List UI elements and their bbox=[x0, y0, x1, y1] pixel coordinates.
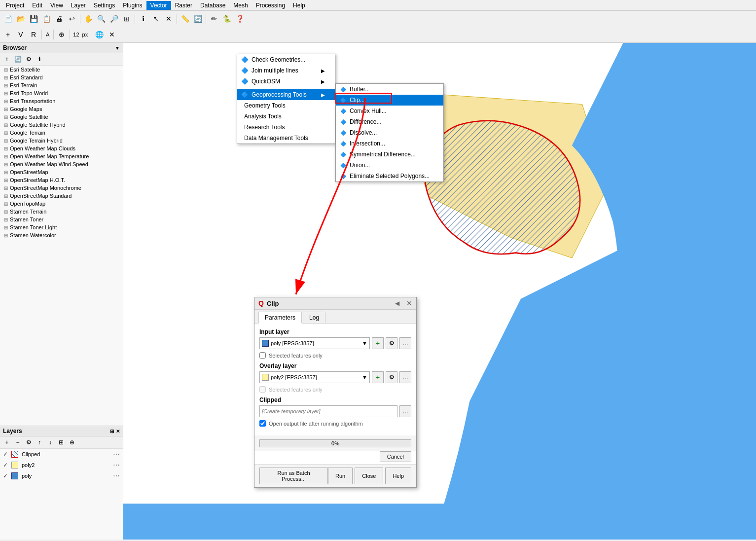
dissolve-item[interactable]: 🔷 Dissolve... bbox=[336, 127, 443, 138]
menu-plugins[interactable]: Plugins bbox=[119, 1, 146, 10]
layer-dots-poly2[interactable]: ⋯ bbox=[113, 461, 120, 469]
zoom-out-btn[interactable]: 🔎 bbox=[108, 13, 120, 25]
layer-dots-poly[interactable]: ⋯ bbox=[113, 472, 120, 480]
browser-item-osm-mono[interactable]: ⊞ OpenStreetMap Monochrome bbox=[0, 184, 123, 192]
browser-item-stamen-terrain[interactable]: ⊞ Stamen Terrain bbox=[0, 208, 123, 216]
browser-collapse-icon[interactable]: ▼ bbox=[115, 45, 120, 51]
overlay-layer-browse-btn[interactable]: … bbox=[399, 371, 411, 383]
browser-item-esri-topo[interactable]: ⊞ Esri Topo World bbox=[0, 89, 123, 97]
layers-down-btn[interactable]: ↓ bbox=[45, 437, 55, 447]
convex-hull-item[interactable]: 🔷 Convex Hull... bbox=[336, 106, 443, 116]
select-btn[interactable]: ↖ bbox=[150, 13, 162, 25]
browser-item-stamen-toner[interactable]: ⊞ Stamen Toner bbox=[0, 216, 123, 223]
menu-mesh[interactable]: Mesh bbox=[229, 1, 252, 10]
zoom-extent-btn[interactable]: ⊞ bbox=[121, 13, 133, 25]
add-raster-btn[interactable]: R bbox=[28, 29, 39, 40]
menu-vector[interactable]: Vector bbox=[146, 1, 171, 10]
geometry-tools-item[interactable]: Geometry Tools bbox=[237, 100, 335, 111]
browser-item-stamen-toner-light[interactable]: ⊞ Stamen Toner Light bbox=[0, 223, 123, 231]
browser-item-google-maps[interactable]: ⊞ Google Maps bbox=[0, 105, 123, 113]
layers-expand-btn[interactable]: ⊕ bbox=[67, 437, 77, 447]
browser-item-stamen-watercolor[interactable]: ⊞ Stamen Watercolor bbox=[0, 231, 123, 239]
difference-item[interactable]: 🔷 Difference... bbox=[336, 116, 443, 127]
tab-parameters[interactable]: Parameters bbox=[258, 312, 302, 324]
overlay-layer-add-btn[interactable]: + bbox=[372, 371, 384, 383]
overlay-layer-select[interactable]: poly2 [EPSG:3857] ▼ bbox=[259, 371, 370, 383]
measure-btn[interactable]: 📏 bbox=[179, 13, 191, 25]
layer-check-clipped[interactable]: ✓ bbox=[3, 451, 8, 458]
buffer-item[interactable]: 🔷 Buffer... bbox=[336, 84, 443, 95]
close-btn[interactable]: Close bbox=[355, 468, 383, 484]
layer-item-poly[interactable]: ✓ poly ⋯ bbox=[0, 470, 123, 481]
layers-close-icon[interactable]: ✕ bbox=[116, 429, 120, 434]
identify-btn[interactable]: ℹ bbox=[137, 13, 149, 25]
geoprocessing-item[interactable]: 🔷 Geoprocessing Tools ▶ bbox=[237, 89, 335, 100]
browser-help-btn[interactable]: ℹ bbox=[35, 54, 44, 64]
python-btn[interactable]: 🐍 bbox=[221, 13, 233, 25]
layer-check-poly[interactable]: ✓ bbox=[3, 472, 8, 479]
browser-item-google-terrain-hybrid[interactable]: ⊞ Google Terrain Hybrid bbox=[0, 137, 123, 144]
browser-item-google-terrain[interactable]: ⊞ Google Terrain bbox=[0, 129, 123, 137]
clipped-input[interactable] bbox=[259, 405, 397, 417]
eliminate-item[interactable]: 🔷 Eliminate Selected Polygons... bbox=[336, 171, 443, 181]
layers-filter-btn[interactable]: ⚙ bbox=[24, 437, 34, 447]
browser-item-google-satellite[interactable]: ⊞ Google Satellite bbox=[0, 113, 123, 121]
menu-settings[interactable]: Settings bbox=[90, 1, 119, 10]
layers-add-btn[interactable]: + bbox=[2, 437, 12, 447]
open-project-btn[interactable]: 📂 bbox=[15, 13, 27, 25]
layer-dots-clipped[interactable]: ⋯ bbox=[113, 450, 120, 458]
menu-processing[interactable]: Processing bbox=[252, 1, 289, 10]
browser-item-osm-standard[interactable]: ⊞ OpenStreetMap Standard bbox=[0, 192, 123, 200]
zoom-in-btn[interactable]: 🔍 bbox=[95, 13, 107, 25]
refresh-btn[interactable]: 🔄 bbox=[192, 13, 204, 25]
menu-database[interactable]: Database bbox=[196, 1, 229, 10]
browser-item-osm[interactable]: ⊞ OpenStreetMap bbox=[0, 168, 123, 176]
browser-item-google-sat-hybrid[interactable]: ⊞ Google Satellite Hybrid bbox=[0, 121, 123, 129]
join-lines-item[interactable]: 🔷 Join multiple lines ▶ bbox=[237, 65, 335, 76]
undo-btn[interactable]: ↩ bbox=[66, 13, 78, 25]
clipped-browse-btn[interactable]: … bbox=[399, 405, 411, 417]
intersection-item[interactable]: 🔷 Intersection... bbox=[336, 138, 443, 149]
save-as-btn[interactable]: 📋 bbox=[40, 13, 52, 25]
layer-item-clipped[interactable]: ✓ Clipped ⋯ bbox=[0, 449, 123, 460]
menu-edit[interactable]: Edit bbox=[28, 1, 46, 10]
layer-check-poly2[interactable]: ✓ bbox=[3, 462, 8, 469]
open-output-checkbox[interactable] bbox=[259, 420, 266, 427]
analysis-tools-item[interactable]: Analysis Tools bbox=[237, 111, 335, 122]
browser-item-ow-wind[interactable]: ⊞ Open Weather Map Wind Speed bbox=[0, 160, 123, 168]
input-layer-browse-btn[interactable]: … bbox=[399, 337, 411, 349]
input-layer-select[interactable]: poly [EPSG:3857] ▼ bbox=[259, 337, 370, 349]
layers-remove-btn[interactable]: − bbox=[13, 437, 23, 447]
menu-view[interactable]: View bbox=[46, 1, 67, 10]
browser-item-esri-satellite[interactable]: ⊞ Esri Satellite bbox=[0, 66, 123, 73]
browser-item-osm-hot[interactable]: ⊞ OpenStreetMap H.O.T. bbox=[0, 176, 123, 184]
union-item[interactable]: 🔷 Union... bbox=[336, 160, 443, 171]
digitize-btn[interactable]: ✏ bbox=[208, 13, 220, 25]
sym-diff-item[interactable]: 🔷 Symmetrical Difference... bbox=[336, 149, 443, 160]
browser-item-ow-clouds[interactable]: ⊞ Open Weather Map Clouds bbox=[0, 144, 123, 152]
browser-item-esri-terrain[interactable]: ⊞ Esri Terrain bbox=[0, 81, 123, 89]
layers-options-icon[interactable]: ⊞ bbox=[110, 429, 114, 434]
run-as-batch-btn[interactable]: Run as Batch Process... bbox=[259, 468, 328, 484]
pan-btn[interactable]: ✋ bbox=[82, 13, 94, 25]
cancel-btn[interactable]: Cancel bbox=[380, 451, 411, 462]
help-btn[interactable]: Help bbox=[385, 468, 411, 484]
menu-help[interactable]: Help bbox=[289, 1, 309, 10]
menu-project[interactable]: Project bbox=[2, 1, 28, 10]
crs-btn[interactable]: 🌐 bbox=[93, 29, 105, 40]
check-geometries-item[interactable]: 🔷 Check Geometries... bbox=[237, 54, 335, 65]
layer-item-poly2[interactable]: ✓ poly2 ⋯ bbox=[0, 460, 123, 470]
new-project-btn[interactable]: 📄 bbox=[2, 13, 14, 25]
add-vector-btn[interactable]: V bbox=[15, 29, 27, 40]
print-btn[interactable]: 🖨 bbox=[53, 13, 65, 25]
input-layer-settings-btn[interactable]: ⚙ bbox=[386, 337, 397, 349]
overlay-selected-checkbox[interactable] bbox=[259, 386, 266, 393]
menu-raster[interactable]: Raster bbox=[171, 1, 196, 10]
overlay-layer-settings-btn[interactable]: ⚙ bbox=[386, 371, 397, 383]
browser-item-otopo[interactable]: ⊞ OpenTopoMap bbox=[0, 200, 123, 208]
browser-item-esri-transport[interactable]: ⊞ Esri Transportation bbox=[0, 97, 123, 105]
browser-item-esri-standard[interactable]: ⊞ Esri Standard bbox=[0, 73, 123, 81]
research-tools-item[interactable]: Research Tools bbox=[237, 122, 335, 133]
browser-item-ow-temp[interactable]: ⊞ Open Weather Map Temperature bbox=[0, 152, 123, 160]
deselect-btn[interactable]: ✕ bbox=[163, 13, 175, 25]
